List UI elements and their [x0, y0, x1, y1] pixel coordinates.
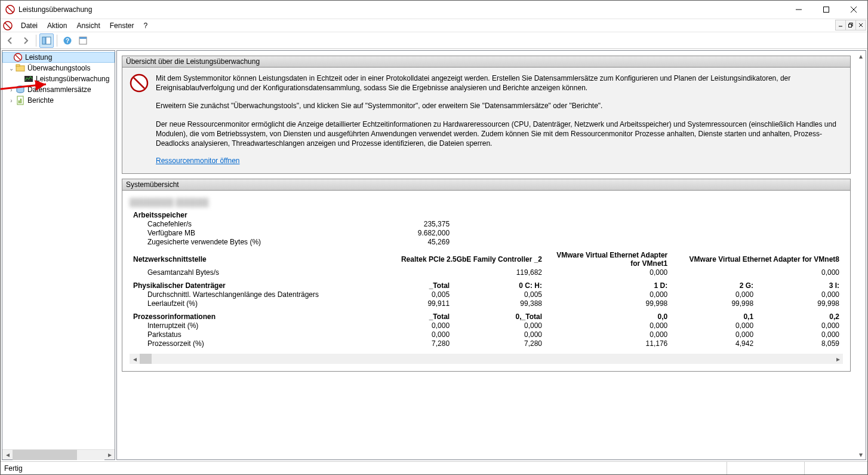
row-value: 11,176 — [546, 339, 671, 348]
restore-icon — [848, 23, 853, 27]
table-row: Verfügbare MB 9.682,000 — [130, 228, 843, 237]
col-header: 0 C: H: — [453, 277, 546, 290]
scroll-up-button[interactable]: ▴ — [855, 51, 866, 61]
row-value: 8,059 — [757, 339, 843, 348]
arrow-right-icon — [21, 36, 30, 45]
svg-rect-14 — [42, 37, 45, 44]
col-header: 0,2 — [757, 308, 843, 321]
row-label: Gesamtanzahl Bytes/s — [130, 268, 380, 277]
tree-node-data-collector-sets[interactable]: › Datensammlersätze — [2, 84, 115, 95]
row-value: 235,375 — [380, 219, 453, 228]
row-value: 7,280 — [453, 339, 546, 348]
app-window: Leistungsüberwachung Datei Aktion Ansich… — [0, 0, 868, 475]
tree-label: Datensammlersätze — [27, 85, 91, 94]
toolbar: ? — [1, 32, 867, 49]
open-resource-monitor-link[interactable]: Ressourcenmonitor öffnen — [156, 157, 240, 165]
table-row: Gesamtanzahl Bytes/s 119,682 0,000 0,000 — [130, 268, 843, 277]
group-network: Netzwerkschnittstelle Realtek PCIe 2.5Gb… — [130, 246, 843, 268]
overview-p1: Mit dem Systemmonitor können Leistungsda… — [156, 73, 843, 93]
row-value: 0,000 — [757, 330, 843, 339]
tree-node-leistung[interactable]: Leistung — [2, 52, 115, 63]
system-overview-panel: Systemübersicht ████████ ██████ — [122, 179, 851, 372]
collapse-icon[interactable]: ⌄ — [7, 65, 16, 72]
row-value: 0,000 — [671, 330, 757, 339]
scroll-right-button[interactable]: ▸ — [833, 354, 843, 364]
nav-forward-button[interactable] — [19, 33, 33, 48]
overview-title: Übersicht über die Leistungsüberwachung — [126, 57, 260, 66]
window-title: Leistungsüberwachung — [19, 5, 785, 14]
tree-hscrollbar[interactable]: ◂ ▸ — [2, 449, 115, 459]
menu-fenster[interactable]: Fenster — [105, 20, 139, 31]
row-value: 119,682 — [380, 268, 546, 277]
row-value: 99,911 — [380, 299, 453, 308]
table-row: Zugesicherte verwendete Bytes (%) 45,269 — [130, 237, 843, 246]
close-icon — [858, 23, 863, 27]
status-text: Fertig — [4, 464, 727, 473]
scroll-track[interactable] — [140, 354, 833, 364]
scroll-right-button[interactable]: ▸ — [104, 450, 115, 460]
tree-node-performance-monitor[interactable]: Leistungsüberwachung — [2, 73, 115, 84]
menu-help[interactable]: ? — [138, 20, 152, 31]
scroll-thumb[interactable] — [140, 354, 152, 364]
expand-icon[interactable]: › — [7, 87, 16, 93]
nav-back-button[interactable] — [3, 33, 17, 48]
console-tree-icon — [42, 36, 51, 45]
maximize-button[interactable] — [812, 1, 840, 19]
scroll-left-button[interactable]: ◂ — [2, 450, 13, 460]
system-hscrollbar[interactable]: ◂ ▸ — [130, 354, 843, 364]
row-value: 0,000 — [757, 321, 843, 330]
row-value: 4,942 — [671, 339, 757, 348]
row-label: Leerlaufzeit (%) — [130, 299, 380, 308]
menu-ansicht[interactable]: Ansicht — [72, 20, 104, 31]
group-label: Prozessorinformationen — [130, 308, 380, 321]
show-hide-tree-button[interactable] — [39, 33, 54, 48]
tree-node-monitoring-tools[interactable]: ⌄ Überwachungstools — [2, 63, 115, 73]
body: Leistung ⌄ Überwachungstools Leistungsüb… — [1, 49, 867, 461]
tree-label: Berichte — [27, 96, 54, 105]
properties-button[interactable] — [76, 33, 90, 48]
tree-label: Überwachungstools — [27, 64, 90, 72]
scroll-thumb[interactable] — [13, 450, 77, 460]
console-tree[interactable]: Leistung ⌄ Überwachungstools Leistungsüb… — [2, 51, 115, 449]
close-button[interactable] — [840, 1, 867, 19]
row-value: 0,000 — [453, 321, 546, 330]
mdi-close-button[interactable] — [855, 20, 866, 30]
row-label: Parkstatus — [130, 330, 380, 339]
table-row: Leerlaufzeit (%) 99,911 99,388 99,998 99… — [130, 299, 843, 308]
statusbar: Fertig — [1, 461, 867, 474]
minimize-button[interactable] — [785, 1, 812, 19]
tree-label: Leistung — [25, 53, 52, 62]
menu-aktion[interactable]: Aktion — [42, 20, 72, 31]
window-controls — [785, 1, 867, 19]
expand-icon[interactable]: › — [7, 97, 16, 104]
overview-box: Mit dem Systemmonitor können Leistungsda… — [122, 68, 851, 174]
row-value: 0,000 — [671, 321, 757, 330]
mdi-minimize-button[interactable] — [835, 20, 846, 30]
scroll-track[interactable] — [13, 450, 104, 460]
row-value: 0,000 — [453, 330, 546, 339]
perfmon-large-icon — [130, 73, 149, 93]
perfmon-app-icon — [3, 21, 13, 30]
folder-tools-icon — [16, 63, 25, 73]
tree-node-reports[interactable]: › Berichte — [2, 95, 115, 106]
overview-text: Mit dem Systemmonitor können Leistungsda… — [156, 73, 843, 165]
col-header: _Total — [380, 277, 453, 290]
tree-pane: Leistung ⌄ Überwachungstools Leistungsüb… — [2, 50, 115, 460]
data-collector-icon — [16, 85, 25, 94]
scroll-left-button[interactable]: ◂ — [130, 354, 140, 364]
col-header: 2 G: — [671, 277, 757, 290]
arrow-left-icon — [5, 36, 15, 45]
row-value: 7,280 — [380, 339, 453, 348]
mdi-restore-button[interactable] — [845, 20, 856, 30]
system-header: Systemübersicht — [122, 179, 851, 191]
scroll-down-button[interactable]: ▾ — [855, 449, 866, 459]
tree-label: Leistungsüberwachung — [36, 75, 109, 83]
row-value: 0,005 — [380, 290, 453, 299]
stats-table: Arbeitsspeicher Cachefehler/s 235,375 Ve… — [130, 210, 843, 348]
main-vscrollbar[interactable]: ▴ ▾ — [855, 51, 866, 459]
help-button[interactable]: ? — [60, 33, 75, 48]
svg-text:?: ? — [66, 38, 69, 44]
menu-datei[interactable]: Datei — [16, 20, 42, 31]
system-body: ████████ ██████ Arbeitsspeicher — [122, 191, 851, 372]
col-header: 0,0 — [546, 308, 671, 321]
